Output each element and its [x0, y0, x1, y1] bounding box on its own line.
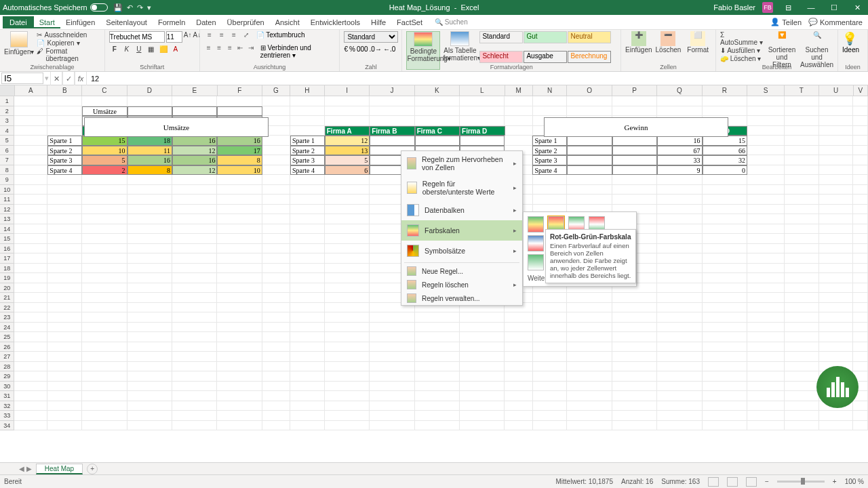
- tab-view[interactable]: Ansicht: [270, 16, 305, 28]
- cell-P25[interactable]: [612, 332, 657, 342]
- cell-T27[interactable]: [785, 352, 819, 362]
- cell-H17[interactable]: [290, 253, 325, 264]
- cell-R5[interactable]: 15: [703, 136, 747, 146]
- cell-T16[interactable]: [785, 244, 819, 254]
- cell-V23[interactable]: [853, 312, 868, 323]
- cell-C5[interactable]: 15: [82, 136, 127, 146]
- cell-M33[interactable]: [505, 411, 532, 421]
- cell-P6[interactable]: [612, 146, 657, 156]
- cell-Q24[interactable]: [657, 323, 702, 333]
- cell-V9[interactable]: [853, 175, 868, 185]
- cell-O27[interactable]: [567, 352, 612, 362]
- cell-I26[interactable]: [325, 342, 370, 352]
- qa-more-icon[interactable]: ▾: [147, 3, 151, 12]
- cell-E11[interactable]: [172, 195, 217, 205]
- cell-V26[interactable]: [853, 342, 868, 352]
- cell-J28[interactable]: [370, 362, 414, 372]
- cell-K25[interactable]: [415, 332, 460, 342]
- cell-A18[interactable]: [14, 264, 47, 274]
- cell-P33[interactable]: [612, 411, 657, 421]
- cell-U10[interactable]: [819, 185, 854, 195]
- cell-H5[interactable]: Sparte 1: [290, 136, 325, 146]
- cell-S5[interactable]: [747, 136, 785, 146]
- cell-O26[interactable]: [567, 342, 612, 352]
- cell-K23[interactable]: [415, 312, 460, 323]
- wrap-text-button[interactable]: 📄 Textumbruch: [256, 31, 305, 41]
- cell-A19[interactable]: [14, 273, 47, 283]
- cell-I17[interactable]: [325, 253, 370, 264]
- cell-S8[interactable]: [747, 165, 785, 176]
- cell-O34[interactable]: [567, 421, 612, 431]
- cell-G10[interactable]: [262, 185, 290, 195]
- cell-A23[interactable]: [14, 312, 47, 323]
- cell-C25[interactable]: [82, 332, 127, 342]
- cell-F11[interactable]: [217, 195, 262, 205]
- cell-G22[interactable]: [262, 303, 290, 313]
- cell-N25[interactable]: [533, 332, 568, 342]
- cell-J23[interactable]: [370, 312, 414, 323]
- cell-U8[interactable]: [819, 165, 854, 176]
- cell-D33[interactable]: [127, 411, 172, 421]
- cell-I32[interactable]: [325, 401, 370, 411]
- cell-G1[interactable]: [262, 96, 290, 106]
- cell-S16[interactable]: [747, 244, 785, 254]
- copy-button[interactable]: 📄 Kopieren ▾: [37, 39, 100, 47]
- cell-T25[interactable]: [785, 332, 819, 342]
- cell-F24[interactable]: [217, 323, 262, 333]
- cell-N6[interactable]: Sparte 2: [532, 146, 567, 156]
- cell-G28[interactable]: [262, 362, 290, 372]
- cell-P27[interactable]: [612, 352, 657, 362]
- cell-V3[interactable]: [853, 116, 868, 126]
- cell-D24[interactable]: [127, 323, 172, 333]
- cell-C18[interactable]: [82, 264, 127, 274]
- cell-Q22[interactable]: [657, 303, 702, 313]
- cell-I25[interactable]: [325, 332, 370, 342]
- cell-D25[interactable]: [127, 332, 172, 342]
- cell-H12[interactable]: [290, 205, 325, 215]
- cell-S26[interactable]: [747, 342, 785, 352]
- cell-U6[interactable]: [819, 146, 854, 156]
- cell-T30[interactable]: [785, 382, 819, 392]
- cell-I23[interactable]: [325, 312, 370, 323]
- cell-H24[interactable]: [290, 323, 325, 333]
- cell-J3[interactable]: [370, 116, 414, 126]
- cell-I18[interactable]: [325, 264, 370, 274]
- cell-Q10[interactable]: [657, 185, 702, 195]
- cell-O29[interactable]: [567, 371, 612, 382]
- cell-H2[interactable]: [290, 106, 325, 117]
- add-sheet-button[interactable]: +: [87, 464, 98, 474]
- cell-E17[interactable]: [172, 253, 217, 264]
- cell-D11[interactable]: [127, 195, 172, 205]
- cell-F32[interactable]: [217, 401, 262, 411]
- cell-I13[interactable]: [325, 214, 370, 224]
- cell-E10[interactable]: [172, 185, 217, 195]
- cell-T29[interactable]: [785, 371, 819, 382]
- cf-clear-rules[interactable]: Regeln löschen▸: [401, 278, 522, 291]
- orientation-icon[interactable]: ⤢: [241, 31, 252, 41]
- cell-P9[interactable]: [612, 175, 657, 185]
- cell-E33[interactable]: [172, 411, 217, 421]
- cell-A8[interactable]: [14, 165, 47, 176]
- cell-A16[interactable]: [14, 244, 47, 254]
- cell-M34[interactable]: [505, 421, 532, 431]
- cell-N11[interactable]: [533, 195, 568, 205]
- cell-C2[interactable]: Umsätze: [82, 106, 127, 117]
- cell-C33[interactable]: [82, 411, 127, 421]
- cell-C9[interactable]: [82, 175, 127, 185]
- fx-icon[interactable]: fx: [75, 72, 87, 85]
- cell-R33[interactable]: [703, 411, 747, 421]
- cell-L29[interactable]: [460, 371, 505, 382]
- cell-N30[interactable]: [533, 382, 568, 392]
- cell-Q11[interactable]: [657, 195, 702, 205]
- cell-G25[interactable]: [262, 332, 290, 342]
- scale-gyr[interactable]: [528, 216, 544, 232]
- cell-D5[interactable]: 18: [127, 136, 172, 146]
- cell-K29[interactable]: [415, 371, 460, 382]
- cell-C31[interactable]: [82, 391, 127, 401]
- style-ausgabe[interactable]: Ausgabe: [524, 51, 567, 63]
- cell-R22[interactable]: [703, 303, 747, 313]
- cf-manage-rules[interactable]: Regeln verwalten...: [401, 291, 522, 305]
- cell-V8[interactable]: [853, 165, 868, 176]
- cell-I2[interactable]: [325, 106, 370, 117]
- increase-font-icon[interactable]: A↑: [184, 31, 192, 42]
